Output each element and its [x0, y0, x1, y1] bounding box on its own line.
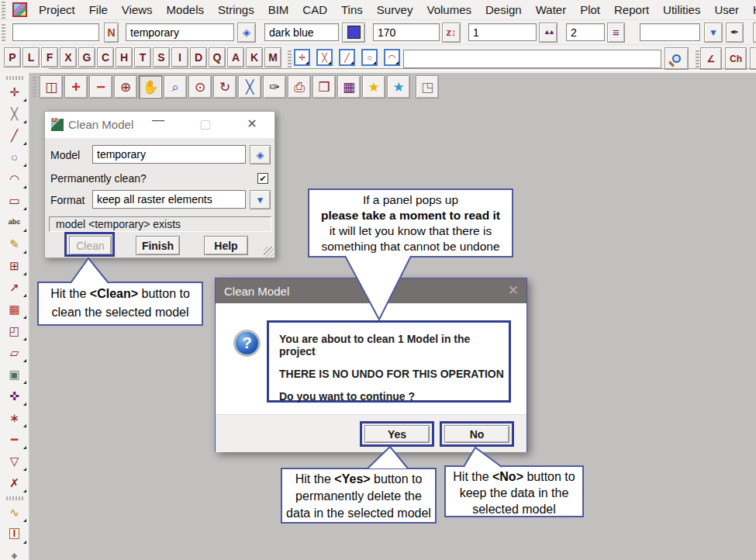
- brush-icon[interactable]: ✑: [263, 75, 286, 99]
- toolbar-grip[interactable]: [2, 2, 5, 19]
- model-choice-button[interactable]: ◈: [250, 145, 271, 164]
- snap-line-icon[interactable]: ╱: [339, 49, 355, 66]
- model-input[interactable]: [126, 23, 234, 41]
- weight-input[interactable]: [468, 23, 537, 41]
- chainage-icon[interactable]: Ch: [725, 47, 747, 70]
- menu-item[interactable]: File: [82, 3, 115, 16]
- zoom-out-icon[interactable]: −: [89, 75, 112, 99]
- snap-letter-button[interactable]: M: [264, 47, 281, 67]
- delete-view-icon[interactable]: ╳: [238, 75, 261, 99]
- snap-circle-icon[interactable]: ○: [361, 49, 378, 66]
- colour-line-icon[interactable]: ━: [3, 429, 26, 449]
- clipped-button[interactable]: [753, 22, 756, 43]
- create-line-icon[interactable]: ╱: [3, 125, 26, 145]
- redraw-view-icon[interactable]: ↻: [213, 75, 236, 99]
- move-icon[interactable]: ✜: [3, 385, 26, 406]
- favourites-blue-star-icon[interactable]: ★: [387, 75, 410, 99]
- traverse-icon[interactable]: ∠: [700, 47, 722, 70]
- snap-letter-button[interactable]: G: [78, 47, 95, 67]
- menu-item[interactable]: Utilities: [656, 3, 707, 16]
- dropdown-button[interactable]: ▼: [704, 22, 723, 43]
- grid-table-icon[interactable]: ▦: [3, 299, 26, 319]
- search-input[interactable]: [403, 50, 661, 68]
- zoom-centre-icon[interactable]: ⊙: [188, 75, 212, 99]
- menu-item[interactable]: BIM: [261, 3, 296, 16]
- colour-input[interactable]: [264, 23, 339, 41]
- menu-item[interactable]: Tins: [334, 3, 370, 16]
- menu-item[interactable]: Help: [746, 3, 756, 16]
- view-menu-icon[interactable]: ▦: [337, 75, 361, 99]
- snap-letter-button[interactable]: X: [60, 47, 77, 67]
- snap-letter-button[interactable]: F: [41, 47, 58, 67]
- menu-item[interactable]: Plot: [573, 3, 607, 16]
- measure-icon[interactable]: ↗: [3, 277, 26, 297]
- text-style-icon[interactable]: I: [3, 524, 26, 544]
- point-along-icon[interactable]: ∗: [3, 407, 26, 427]
- freehand-draw-icon[interactable]: ∿: [3, 502, 26, 522]
- snap-arc-icon[interactable]: ◠: [384, 49, 400, 66]
- resize-grip[interactable]: [264, 247, 274, 257]
- pan-icon[interactable]: ✋: [139, 75, 162, 99]
- snap-letter-button[interactable]: K: [246, 47, 263, 67]
- duplicate-view-icon[interactable]: ◰: [3, 320, 26, 340]
- snap-letter-button[interactable]: T: [134, 47, 151, 67]
- snap-letter-button[interactable]: S: [153, 47, 170, 67]
- copy-view-icon[interactable]: ❒: [312, 75, 336, 99]
- cad-text-input[interactable]: [12, 23, 99, 41]
- menu-item[interactable]: Survey: [370, 3, 420, 16]
- yes-button[interactable]: Yes: [364, 425, 430, 443]
- style-input[interactable]: [566, 23, 605, 41]
- snap-letter-button[interactable]: A: [227, 47, 244, 67]
- polygon-icon[interactable]: ▱: [3, 342, 26, 362]
- maximize-button[interactable]: ▢: [197, 116, 214, 133]
- plot-icon[interactable]: ◫: [40, 75, 63, 99]
- menu-item[interactable]: Models: [160, 3, 211, 16]
- permanently-clean-checkbox[interactable]: ✔: [257, 173, 268, 184]
- z-value-button[interactable]: z↕: [442, 22, 461, 43]
- menu-item[interactable]: Strings: [211, 3, 261, 16]
- linestyle-choice-button[interactable]: ≡: [607, 22, 625, 43]
- new-view-icon[interactable]: ◳: [416, 75, 439, 99]
- snap-letter-button[interactable]: D: [190, 47, 207, 67]
- create-point-icon[interactable]: ✛: [3, 81, 26, 102]
- minimize-button[interactable]: —: [150, 113, 167, 130]
- zoom-in-icon[interactable]: +: [64, 75, 88, 99]
- tin-choice-button[interactable]: ▲▲: [539, 22, 558, 43]
- name-toggle-button[interactable]: N: [104, 22, 119, 43]
- format-dropdown-button[interactable]: ▼: [250, 190, 271, 209]
- snap-cross-icon[interactable]: ╳: [316, 49, 333, 66]
- create-symbol-icon[interactable]: ✎: [3, 233, 26, 254]
- help-button[interactable]: Help: [204, 236, 248, 255]
- create-rectangle-icon[interactable]: ▭: [3, 190, 26, 210]
- colour-picker-button[interactable]: [342, 22, 365, 43]
- toolbar-grip[interactable]: [288, 50, 292, 67]
- close-button[interactable]: ✕: [243, 116, 261, 133]
- finish-button[interactable]: Finish: [136, 236, 180, 255]
- model-choice-button[interactable]: ◈: [237, 22, 256, 43]
- format-input[interactable]: [92, 190, 246, 209]
- create-text-icon[interactable]: abc: [3, 212, 26, 232]
- menu-item[interactable]: Water: [529, 3, 573, 16]
- close-icon[interactable]: ✕: [508, 282, 519, 299]
- image-icon[interactable]: ▣: [3, 364, 26, 384]
- snap-letter-button[interactable]: L: [22, 47, 40, 67]
- menu-item[interactable]: CAD: [295, 3, 334, 16]
- menu-item[interactable]: Project: [32, 3, 82, 16]
- eyedropper-button[interactable]: ✒: [726, 22, 744, 43]
- snap-letter-button[interactable]: H: [116, 47, 133, 67]
- grade-icon[interactable]: %: [750, 47, 756, 70]
- snap-letter-button[interactable]: C: [97, 47, 114, 67]
- menu-item[interactable]: Volumes: [419, 3, 478, 16]
- menu-item[interactable]: User: [707, 3, 746, 16]
- height-input[interactable]: [373, 23, 440, 41]
- panel-title-bar[interactable]: Clean Model — ▢ ✕: [45, 112, 274, 138]
- no-button[interactable]: No: [444, 425, 509, 443]
- menu-item[interactable]: Report: [607, 3, 656, 16]
- menu-item[interactable]: Views: [115, 3, 160, 16]
- toolbar-grip[interactable]: [33, 77, 36, 97]
- snap-letter-button[interactable]: Q: [209, 47, 226, 67]
- extra-input[interactable]: [640, 23, 700, 41]
- locate-point-icon[interactable]: ╳: [3, 103, 26, 123]
- shield-polygon-icon[interactable]: ▽: [3, 451, 26, 471]
- snap-letter-button[interactable]: P: [4, 47, 21, 67]
